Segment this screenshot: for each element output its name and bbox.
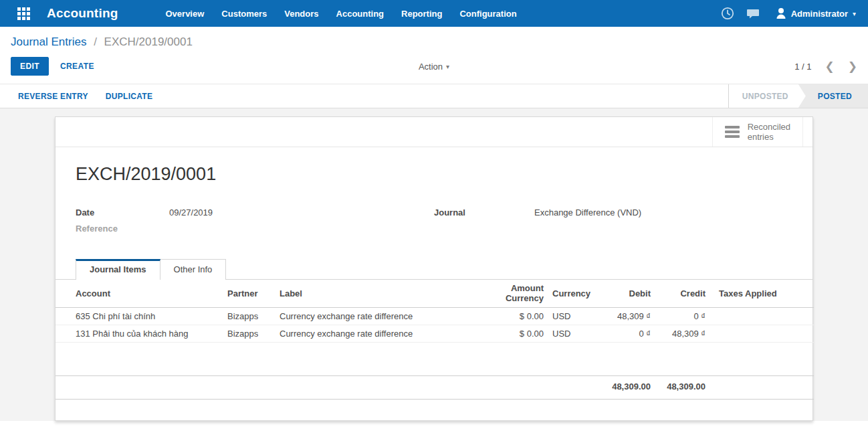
reconciled-entries-button[interactable]: Reconciled entries bbox=[712, 117, 803, 147]
field-reference: Reference bbox=[76, 224, 434, 240]
field-group: Date 09/27/2019 Reference Journal Exchan… bbox=[56, 185, 812, 240]
action-label: Action bbox=[419, 62, 443, 72]
cell-account: 635 Chi phí tài chính bbox=[56, 308, 227, 325]
field-journal: Journal Exchange Difference (VND) bbox=[434, 207, 792, 224]
field-date: Date 09/27/2019 bbox=[76, 207, 434, 224]
journal-label: Journal bbox=[434, 207, 534, 218]
total-debit: 48,309.00 bbox=[589, 376, 651, 400]
cell-account: 131 Phải thu của khách hàng bbox=[56, 325, 227, 343]
date-value: 09/27/2019 bbox=[169, 207, 213, 218]
cell-taxes bbox=[706, 325, 814, 343]
cell-debit: 48,309 ₫ bbox=[589, 308, 651, 325]
cell-label: Currency exchange rate difference bbox=[280, 308, 477, 325]
tabs: Journal Items Other Info bbox=[56, 259, 812, 280]
activities-clock-icon[interactable] bbox=[721, 7, 734, 20]
user-name: Administrator bbox=[791, 9, 848, 19]
user-avatar-icon bbox=[776, 7, 786, 19]
button-box: Reconciled entries bbox=[56, 117, 812, 147]
user-menu[interactable]: Administrator ▾ bbox=[776, 7, 856, 19]
nav-item-reporting[interactable]: Reporting bbox=[393, 0, 451, 27]
duplicate-button[interactable]: DUPLICATE bbox=[106, 92, 152, 101]
col-taxes-applied: Taxes Applied bbox=[706, 280, 814, 308]
messages-chat-icon[interactable] bbox=[746, 7, 760, 20]
col-account: Account bbox=[56, 280, 227, 308]
state-posted[interactable]: POSTED bbox=[806, 84, 868, 108]
cell-credit: 0 ₫ bbox=[651, 308, 706, 325]
tab-other-info[interactable]: Other Info bbox=[160, 259, 227, 280]
page-title: EXCH/2019/0001 bbox=[76, 164, 792, 185]
cell-partner: Bizapps bbox=[227, 325, 280, 343]
cell-label: Currency exchange rate difference bbox=[280, 325, 477, 343]
cell-partner: Bizapps bbox=[227, 308, 280, 325]
statusbar: REVERSE ENTRY DUPLICATE UNPOSTED POSTED bbox=[0, 84, 868, 108]
edit-button[interactable]: EDIT bbox=[11, 57, 49, 76]
pager-value[interactable]: 1 / 1 bbox=[794, 62, 811, 72]
table-row[interactable]: 635 Chi phí tài chính Bizapps Currency e… bbox=[56, 308, 814, 325]
main-menu: Overview Customers Vendors Accounting Re… bbox=[157, 0, 526, 27]
action-dropdown[interactable]: Action ▾ bbox=[419, 62, 449, 72]
breadcrumb-current: EXCH/2019/0001 bbox=[104, 35, 193, 48]
pager: 1 / 1 ❮ ❯ bbox=[794, 61, 857, 72]
cell-amount-currency: $ 0.00 bbox=[477, 325, 544, 343]
col-currency: Currency bbox=[544, 280, 589, 308]
col-partner: Partner bbox=[227, 280, 280, 308]
control-panel: Journal Entries / EXCH/2019/0001 EDIT CR… bbox=[0, 27, 868, 84]
cell-credit: 48,309 ₫ bbox=[651, 325, 706, 343]
journal-value: Exchange Difference (VND) bbox=[534, 207, 641, 218]
reconciled-entries-label: Reconciled entries bbox=[748, 122, 790, 142]
table-header-row: Account Partner Label Amount Currency Cu… bbox=[56, 280, 814, 308]
breadcrumb-journal-entries[interactable]: Journal Entries bbox=[11, 35, 86, 48]
cell-currency: USD bbox=[544, 325, 589, 343]
reverse-entry-button[interactable]: REVERSE ENTRY bbox=[18, 92, 88, 101]
notebook: Journal Items Other Info Account Partner… bbox=[56, 259, 812, 400]
totals-row: 48,309.00 48,309.00 bbox=[56, 375, 814, 400]
cell-debit: 0 ₫ bbox=[589, 325, 651, 343]
apps-menu-icon[interactable] bbox=[15, 5, 32, 22]
cell-currency: USD bbox=[544, 308, 589, 325]
app-title[interactable]: Accounting bbox=[47, 6, 118, 21]
nav-item-configuration[interactable]: Configuration bbox=[451, 0, 525, 27]
table-row[interactable]: 131 Phải thu của khách hàng Bizapps Curr… bbox=[56, 325, 814, 343]
top-navbar: Accounting Overview Customers Vendors Ac… bbox=[0, 0, 868, 27]
col-credit: Credit bbox=[651, 280, 706, 308]
status-widget: UNPOSTED POSTED bbox=[728, 84, 868, 108]
col-label: Label bbox=[280, 280, 477, 308]
total-credit: 48,309.00 bbox=[651, 376, 706, 400]
nav-item-accounting[interactable]: Accounting bbox=[328, 0, 393, 27]
tab-journal-items[interactable]: Journal Items bbox=[76, 259, 160, 280]
journal-items-table: Account Partner Label Amount Currency Cu… bbox=[56, 280, 814, 343]
user-caret-icon: ▾ bbox=[853, 10, 856, 17]
nav-item-overview[interactable]: Overview bbox=[157, 0, 213, 27]
state-unposted[interactable]: UNPOSTED bbox=[729, 84, 806, 108]
form-sheet: Reconciled entries EXCH/2019/0001 Date 0… bbox=[55, 116, 813, 421]
nav-item-vendors[interactable]: Vendors bbox=[276, 0, 327, 27]
nav-item-customers[interactable]: Customers bbox=[213, 0, 276, 27]
date-label: Date bbox=[76, 207, 169, 218]
content-area: Reconciled entries EXCH/2019/0001 Date 0… bbox=[0, 108, 868, 421]
cell-taxes bbox=[706, 308, 814, 325]
bars-icon bbox=[725, 126, 740, 138]
reference-label: Reference bbox=[76, 224, 169, 234]
col-amount-currency: Amount Currency bbox=[477, 280, 544, 308]
cell-amount-currency: $ 0.00 bbox=[477, 308, 544, 325]
pager-next-icon[interactable]: ❯ bbox=[848, 61, 857, 72]
action-caret-icon: ▾ bbox=[446, 63, 449, 70]
breadcrumb: Journal Entries / EXCH/2019/0001 bbox=[11, 35, 857, 49]
breadcrumb-separator: / bbox=[94, 35, 97, 48]
create-button[interactable]: CREATE bbox=[60, 62, 94, 71]
col-debit: Debit bbox=[589, 280, 651, 308]
pager-previous-icon[interactable]: ❮ bbox=[825, 61, 835, 72]
